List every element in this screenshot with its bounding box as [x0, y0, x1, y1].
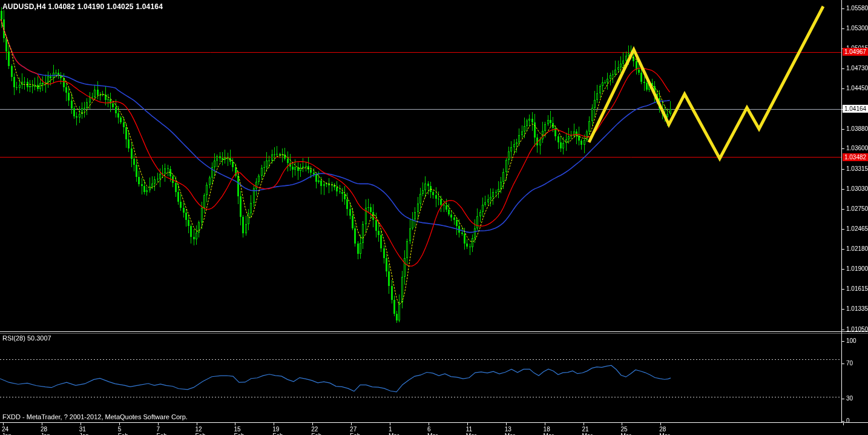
time-tick-label: 18 Mar 12:00 — [544, 426, 559, 435]
chart-title: AUDUSD,H4 1.04082 1.04190 1.04025 1.0416… — [2, 2, 163, 11]
price-tick-label: 1.01900 — [846, 265, 868, 272]
time-tick-label: 31 Jan 12:00 — [79, 426, 94, 435]
price-tick-label: 1.02180 — [846, 245, 868, 252]
price-tag-1.03482: 1.03482 — [843, 153, 868, 161]
time-tick-label: 11 Mar 04:00 — [466, 426, 481, 435]
price-tick-label: 1.05580 — [846, 5, 868, 12]
time-tick-label: 7 Feb 20:00 — [157, 426, 172, 435]
mt4-chart-window: AUDUSD,H4 1.04082 1.04190 1.04025 1.0416… — [0, 0, 868, 435]
time-tick-label: 21 Mar 04:00 — [582, 426, 597, 435]
footer-credit: FXDD - MetaTrader, ? 2001-2012, MetaQuot… — [2, 413, 188, 420]
price-tick-label: 1.04450 — [846, 85, 868, 91]
time-tick-label: 6 Mar 12:00 — [427, 426, 442, 435]
price-tick-label: 1.03880 — [846, 125, 868, 132]
time-tick-label: 28 Mar 12:00 — [659, 426, 674, 435]
time-tick-label: 13 Mar 20:00 — [505, 426, 520, 435]
time-tick-label: 28 Jan 20:00 — [41, 426, 56, 435]
time-tick-label: 22 Feb 12:00 — [311, 426, 326, 435]
time-tick-label: 5 Feb 04:00 — [118, 426, 133, 435]
price-tick-label: 1.02465 — [846, 225, 868, 232]
price-tag-1.04164: 1.04164 — [843, 105, 868, 113]
price-tick-label: 1.03315 — [846, 165, 868, 172]
price-tag-1.04967: 1.04967 — [843, 48, 868, 56]
price-tick-label: 1.01050 — [846, 326, 868, 333]
price-tick-label: 1.01335 — [846, 305, 868, 312]
time-tick-label: 27 Feb 04:00 — [350, 426, 365, 435]
price-tick-label: 1.03600 — [846, 145, 868, 151]
price-tick-label: 1.05300 — [846, 25, 868, 32]
rsi-indicator-label: RSI(28) 50.3007 — [2, 334, 51, 342]
rsi-tick-label: 70 — [846, 360, 853, 367]
price-tick-label: 1.01615 — [846, 285, 868, 292]
time-tick-label: 12 Feb 12:00 — [196, 426, 211, 435]
rsi-tick-label: 30 — [846, 395, 853, 402]
price-tick-label: 1.03030 — [846, 185, 868, 192]
price-tick-label: 1.04730 — [846, 65, 868, 71]
rsi-tick-label: 0 — [846, 417, 850, 424]
price-tick-label: 1.02750 — [846, 205, 868, 212]
time-tick-label: 15 Feb 04:00 — [234, 426, 249, 435]
rsi-tick-label: 100 — [846, 337, 856, 344]
price-chart-canvas[interactable] — [0, 0, 868, 435]
time-tick-label: 24 Jan 2013 — [2, 426, 15, 435]
time-tick-label: 1 Mar 20:00 — [389, 426, 404, 435]
time-tick-label: 25 Mar 20:00 — [620, 426, 636, 435]
time-tick-label: 19 Feb 20:00 — [272, 426, 288, 435]
